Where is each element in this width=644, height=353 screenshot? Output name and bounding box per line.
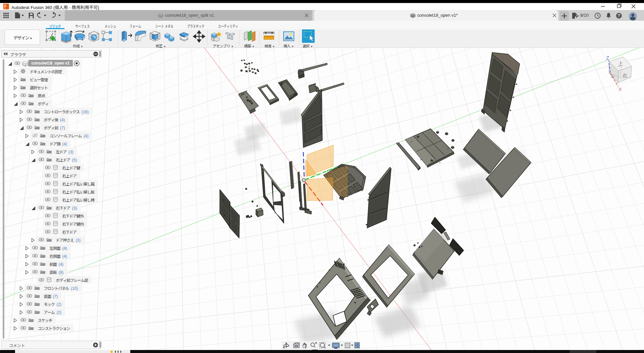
svg-text:上: 上	[618, 59, 623, 68]
svg-text:右: 右	[622, 72, 628, 79]
svg-text:Z: Z	[606, 55, 609, 61]
svg-text:?: ?	[618, 13, 620, 18]
svg-text:X: X	[619, 87, 622, 92]
